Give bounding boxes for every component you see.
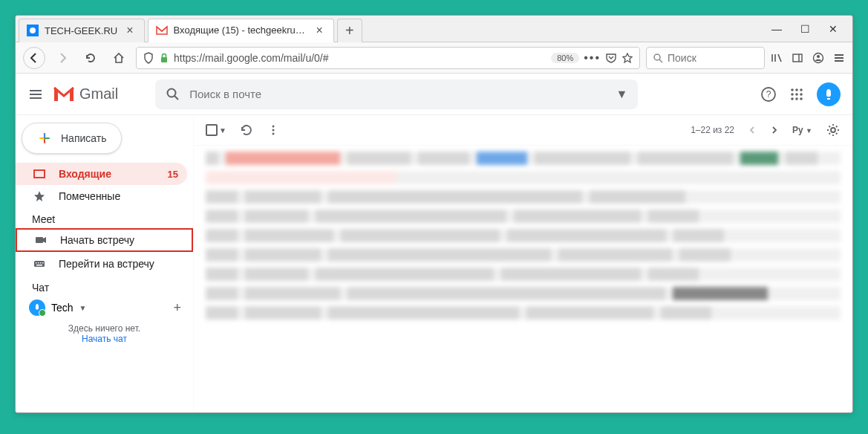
svg-point-45 — [272, 133, 274, 135]
svg-point-27 — [800, 93, 803, 96]
gmail-header: Gmail ▼ ? — [16, 74, 852, 115]
chat-add-button[interactable]: + — [173, 300, 181, 316]
svg-line-4 — [659, 59, 662, 62]
input-language-button[interactable]: Ру ▼ — [792, 125, 812, 135]
library-icon[interactable] — [771, 52, 783, 64]
pocket-icon[interactable] — [605, 52, 617, 64]
shield-icon — [143, 52, 154, 64]
account-avatar[interactable] — [817, 82, 841, 106]
browser-window: TECH-GEEK.RU × Входящие (15) - techgeekr… — [15, 15, 853, 413]
more-icon[interactable]: ••• — [584, 51, 601, 65]
keyboard-icon — [32, 257, 47, 271]
new-tab-button[interactable]: + — [337, 19, 362, 42]
search-options-icon[interactable]: ▼ — [616, 88, 627, 101]
chat-empty-text: Здесь ничего нет. — [16, 319, 193, 334]
svg-point-29 — [795, 97, 798, 100]
sidebar: Написать Входящие 15 Помеченные Meet Нач… — [16, 115, 194, 412]
meet-start-meeting[interactable]: Начать встречу — [16, 228, 193, 252]
hamburger-icon[interactable] — [27, 86, 44, 103]
svg-point-23 — [795, 88, 798, 91]
svg-rect-42 — [36, 265, 42, 266]
account-icon[interactable] — [812, 52, 824, 64]
svg-rect-38 — [36, 262, 37, 264]
svg-line-19 — [174, 96, 178, 100]
forward-button[interactable] — [51, 47, 74, 69]
browser-search-input[interactable] — [668, 52, 758, 64]
chat-username: Tech — [51, 302, 74, 314]
reload-button[interactable] — [79, 47, 102, 69]
url-bar[interactable]: https://mail.google.com/mail/u/0/# 80% •… — [136, 47, 640, 69]
gmail-search-input[interactable] — [189, 88, 616, 100]
tab-close-icon[interactable]: × — [123, 24, 136, 37]
chevron-down-icon[interactable]: ▼ — [219, 126, 226, 135]
mail-area: ▼ 1–22 из 22 Ру ▼ — [194, 115, 852, 412]
gmail-app: Gmail ▼ ? Написать — [16, 74, 852, 412]
mail-toolbar: ▼ 1–22 из 22 Ру ▼ — [194, 115, 852, 146]
help-icon[interactable]: ? — [760, 86, 777, 103]
meet-section-header: Meet — [16, 207, 193, 228]
svg-text:?: ? — [766, 89, 771, 100]
select-all-checkbox[interactable]: ▼ — [206, 124, 226, 136]
svg-point-30 — [800, 97, 803, 100]
back-button[interactable] — [23, 47, 45, 69]
settings-gear-icon[interactable] — [826, 123, 841, 137]
prev-page-button[interactable] — [748, 126, 757, 135]
close-button[interactable]: ✕ — [829, 23, 838, 35]
inbox-label: Входящие — [59, 168, 111, 180]
tab-techgeek[interactable]: TECH-GEEK.RU × — [19, 19, 145, 42]
inbox-count: 15 — [168, 169, 178, 180]
sidebar-item-inbox[interactable]: Входящие 15 — [16, 163, 187, 185]
inbox-icon — [32, 167, 47, 181]
home-button[interactable] — [108, 47, 130, 69]
meet-join-meeting[interactable]: Перейти на встречу — [16, 252, 193, 276]
toolbar-icons — [771, 52, 845, 64]
tab-title: Входящие (15) - techgeekru@g — [174, 25, 307, 36]
next-page-button[interactable] — [770, 126, 779, 135]
tab-bar: TECH-GEEK.RU × Входящие (15) - techgeekr… — [16, 16, 852, 42]
search-icon — [166, 87, 180, 102]
search-icon — [653, 53, 663, 63]
gmail-search[interactable]: ▼ — [155, 80, 638, 109]
sidebar-item-starred[interactable]: Помеченные — [16, 185, 187, 207]
menu-icon[interactable] — [833, 52, 845, 64]
mail-list[interactable] — [194, 146, 852, 412]
svg-point-44 — [272, 129, 274, 132]
svg-point-3 — [654, 54, 660, 60]
svg-point-43 — [272, 126, 274, 128]
refresh-button[interactable] — [240, 123, 253, 137]
chat-start-link[interactable]: Начать чат — [16, 334, 193, 344]
checkbox-icon — [206, 124, 218, 136]
svg-rect-35 — [34, 170, 45, 178]
url-text: https://mail.google.com/mail/u/0/# — [174, 52, 546, 64]
svg-rect-37 — [34, 261, 45, 267]
chat-avatar — [29, 299, 45, 316]
svg-point-46 — [831, 128, 835, 132]
chat-user-row[interactable]: Tech ▼ + — [16, 297, 193, 319]
sidebar-icon[interactable] — [792, 52, 803, 64]
tab-close-icon[interactable]: × — [313, 24, 326, 37]
meet-start-label: Начать встречу — [60, 234, 134, 246]
favicon-gmail — [156, 25, 168, 36]
svg-point-11 — [817, 55, 820, 58]
pagination-text: 1–22 из 22 — [691, 125, 734, 135]
svg-rect-39 — [38, 262, 39, 264]
maximize-button[interactable]: ☐ — [800, 23, 810, 35]
zoom-badge[interactable]: 80% — [551, 53, 579, 63]
svg-point-26 — [795, 93, 798, 96]
compose-button[interactable]: Написать — [22, 123, 122, 154]
gmail-brand-text: Gmail — [79, 85, 118, 103]
starred-label: Помеченные — [59, 190, 120, 202]
minimize-button[interactable]: — — [771, 23, 782, 35]
header-right: ? — [760, 82, 841, 106]
gmail-logo[interactable]: Gmail — [53, 85, 118, 103]
bookmark-icon[interactable] — [621, 52, 633, 64]
more-options-button[interactable] — [267, 123, 280, 137]
lock-icon — [159, 53, 169, 63]
svg-line-7 — [778, 54, 781, 62]
browser-search[interactable] — [646, 47, 765, 69]
video-icon — [33, 233, 48, 247]
svg-point-1 — [30, 27, 36, 33]
chevron-down-icon[interactable]: ▼ — [79, 304, 87, 312]
tab-gmail[interactable]: Входящие (15) - techgeekru@g × — [148, 19, 334, 42]
apps-grid-icon[interactable] — [790, 88, 803, 101]
